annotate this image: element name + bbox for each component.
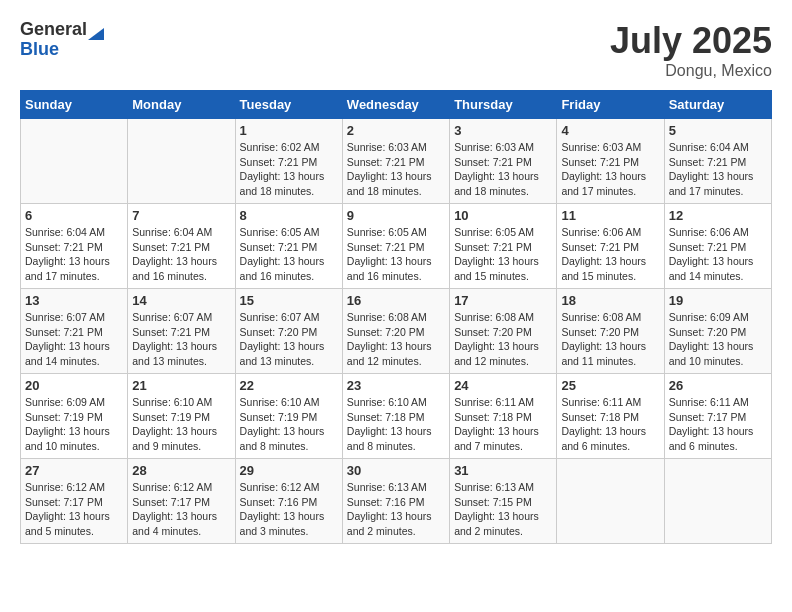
day-detail: Sunrise: 6:03 AMSunset: 7:21 PMDaylight:… [561,140,659,199]
weekday-header-wednesday: Wednesday [342,91,449,119]
day-detail: Sunrise: 6:12 AMSunset: 7:16 PMDaylight:… [240,480,338,539]
calendar-cell: 23Sunrise: 6:10 AMSunset: 7:18 PMDayligh… [342,374,449,459]
day-detail: Sunrise: 6:04 AMSunset: 7:21 PMDaylight:… [25,225,123,284]
day-number: 19 [669,293,767,308]
calendar-week-row: 27Sunrise: 6:12 AMSunset: 7:17 PMDayligh… [21,459,772,544]
calendar-cell: 15Sunrise: 6:07 AMSunset: 7:20 PMDayligh… [235,289,342,374]
day-number: 3 [454,123,552,138]
weekday-header-saturday: Saturday [664,91,771,119]
day-number: 31 [454,463,552,478]
calendar-cell: 11Sunrise: 6:06 AMSunset: 7:21 PMDayligh… [557,204,664,289]
weekday-header-row: SundayMondayTuesdayWednesdayThursdayFrid… [21,91,772,119]
day-number: 6 [25,208,123,223]
calendar-cell: 9Sunrise: 6:05 AMSunset: 7:21 PMDaylight… [342,204,449,289]
day-detail: Sunrise: 6:07 AMSunset: 7:21 PMDaylight:… [132,310,230,369]
day-number: 5 [669,123,767,138]
calendar-cell: 22Sunrise: 6:10 AMSunset: 7:19 PMDayligh… [235,374,342,459]
day-number: 21 [132,378,230,393]
logo-blue: Blue [20,39,59,59]
day-detail: Sunrise: 6:08 AMSunset: 7:20 PMDaylight:… [347,310,445,369]
calendar-cell: 20Sunrise: 6:09 AMSunset: 7:19 PMDayligh… [21,374,128,459]
day-number: 12 [669,208,767,223]
day-detail: Sunrise: 6:09 AMSunset: 7:19 PMDaylight:… [25,395,123,454]
day-detail: Sunrise: 6:10 AMSunset: 7:18 PMDaylight:… [347,395,445,454]
calendar-cell: 6Sunrise: 6:04 AMSunset: 7:21 PMDaylight… [21,204,128,289]
logo-general: General [20,20,87,40]
day-detail: Sunrise: 6:05 AMSunset: 7:21 PMDaylight:… [347,225,445,284]
day-detail: Sunrise: 6:07 AMSunset: 7:20 PMDaylight:… [240,310,338,369]
calendar-cell: 14Sunrise: 6:07 AMSunset: 7:21 PMDayligh… [128,289,235,374]
day-number: 24 [454,378,552,393]
logo-arrow-icon [88,20,104,40]
day-number: 29 [240,463,338,478]
day-number: 13 [25,293,123,308]
calendar-week-row: 20Sunrise: 6:09 AMSunset: 7:19 PMDayligh… [21,374,772,459]
day-number: 17 [454,293,552,308]
calendar-cell: 26Sunrise: 6:11 AMSunset: 7:17 PMDayligh… [664,374,771,459]
calendar-cell: 7Sunrise: 6:04 AMSunset: 7:21 PMDaylight… [128,204,235,289]
day-number: 15 [240,293,338,308]
calendar-cell: 12Sunrise: 6:06 AMSunset: 7:21 PMDayligh… [664,204,771,289]
calendar-cell: 25Sunrise: 6:11 AMSunset: 7:18 PMDayligh… [557,374,664,459]
day-number: 4 [561,123,659,138]
calendar-cell: 30Sunrise: 6:13 AMSunset: 7:16 PMDayligh… [342,459,449,544]
calendar-cell [21,119,128,204]
day-number: 2 [347,123,445,138]
month-year-title: July 2025 [610,20,772,62]
weekday-header-friday: Friday [557,91,664,119]
calendar-cell: 21Sunrise: 6:10 AMSunset: 7:19 PMDayligh… [128,374,235,459]
calendar-cell: 18Sunrise: 6:08 AMSunset: 7:20 PMDayligh… [557,289,664,374]
calendar-cell [128,119,235,204]
day-number: 7 [132,208,230,223]
calendar-cell: 16Sunrise: 6:08 AMSunset: 7:20 PMDayligh… [342,289,449,374]
calendar-table: SundayMondayTuesdayWednesdayThursdayFrid… [20,90,772,544]
calendar-cell: 1Sunrise: 6:02 AMSunset: 7:21 PMDaylight… [235,119,342,204]
weekday-header-monday: Monday [128,91,235,119]
calendar-cell: 13Sunrise: 6:07 AMSunset: 7:21 PMDayligh… [21,289,128,374]
weekday-header-thursday: Thursday [450,91,557,119]
day-number: 20 [25,378,123,393]
day-detail: Sunrise: 6:06 AMSunset: 7:21 PMDaylight:… [561,225,659,284]
day-number: 27 [25,463,123,478]
day-detail: Sunrise: 6:08 AMSunset: 7:20 PMDaylight:… [561,310,659,369]
day-detail: Sunrise: 6:10 AMSunset: 7:19 PMDaylight:… [132,395,230,454]
day-number: 10 [454,208,552,223]
calendar-cell: 27Sunrise: 6:12 AMSunset: 7:17 PMDayligh… [21,459,128,544]
calendar-cell: 19Sunrise: 6:09 AMSunset: 7:20 PMDayligh… [664,289,771,374]
calendar-cell: 17Sunrise: 6:08 AMSunset: 7:20 PMDayligh… [450,289,557,374]
day-number: 1 [240,123,338,138]
location-subtitle: Dongu, Mexico [610,62,772,80]
page-header: General Blue July 2025 Dongu, Mexico [20,20,772,80]
calendar-cell: 28Sunrise: 6:12 AMSunset: 7:17 PMDayligh… [128,459,235,544]
calendar-cell: 24Sunrise: 6:11 AMSunset: 7:18 PMDayligh… [450,374,557,459]
day-detail: Sunrise: 6:09 AMSunset: 7:20 PMDaylight:… [669,310,767,369]
day-detail: Sunrise: 6:10 AMSunset: 7:19 PMDaylight:… [240,395,338,454]
svg-marker-0 [88,28,104,40]
calendar-cell [664,459,771,544]
day-detail: Sunrise: 6:03 AMSunset: 7:21 PMDaylight:… [347,140,445,199]
calendar-cell: 31Sunrise: 6:13 AMSunset: 7:15 PMDayligh… [450,459,557,544]
day-number: 16 [347,293,445,308]
calendar-cell [557,459,664,544]
day-detail: Sunrise: 6:11 AMSunset: 7:18 PMDaylight:… [561,395,659,454]
day-number: 8 [240,208,338,223]
calendar-cell: 29Sunrise: 6:12 AMSunset: 7:16 PMDayligh… [235,459,342,544]
calendar-cell: 4Sunrise: 6:03 AMSunset: 7:21 PMDaylight… [557,119,664,204]
calendar-cell: 2Sunrise: 6:03 AMSunset: 7:21 PMDaylight… [342,119,449,204]
day-detail: Sunrise: 6:12 AMSunset: 7:17 PMDaylight:… [132,480,230,539]
weekday-header-tuesday: Tuesday [235,91,342,119]
day-number: 11 [561,208,659,223]
calendar-week-row: 6Sunrise: 6:04 AMSunset: 7:21 PMDaylight… [21,204,772,289]
day-detail: Sunrise: 6:13 AMSunset: 7:15 PMDaylight:… [454,480,552,539]
day-detail: Sunrise: 6:04 AMSunset: 7:21 PMDaylight:… [669,140,767,199]
day-detail: Sunrise: 6:13 AMSunset: 7:16 PMDaylight:… [347,480,445,539]
day-detail: Sunrise: 6:06 AMSunset: 7:21 PMDaylight:… [669,225,767,284]
day-number: 26 [669,378,767,393]
calendar-cell: 10Sunrise: 6:05 AMSunset: 7:21 PMDayligh… [450,204,557,289]
day-number: 28 [132,463,230,478]
day-detail: Sunrise: 6:08 AMSunset: 7:20 PMDaylight:… [454,310,552,369]
day-detail: Sunrise: 6:05 AMSunset: 7:21 PMDaylight:… [454,225,552,284]
day-number: 22 [240,378,338,393]
title-block: July 2025 Dongu, Mexico [610,20,772,80]
day-detail: Sunrise: 6:05 AMSunset: 7:21 PMDaylight:… [240,225,338,284]
